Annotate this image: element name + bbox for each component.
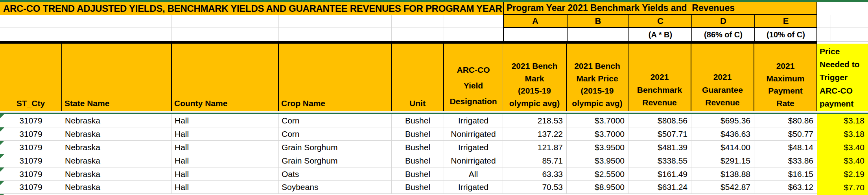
cell-benchmark-yield[interactable]: 70.53 <box>503 181 567 194</box>
cell-county-name[interactable]: Hall <box>172 167 279 181</box>
formula-empty-a[interactable] <box>503 28 567 41</box>
cell-benchmark-price[interactable]: $2.5500 <box>567 167 628 181</box>
cell-benchmark-revenue[interactable]: $631.24 <box>628 181 691 194</box>
column-header-2021-benchmark-yield[interactable]: 2021 Bench Mark (2015-19 olympic avg) <box>503 44 567 111</box>
cell-benchmark-yield[interactable]: 137.22 <box>503 127 567 141</box>
empty-cell[interactable] <box>279 28 392 41</box>
empty-cell[interactable] <box>0 15 62 28</box>
cell-benchmark-price[interactable]: $3.7000 <box>567 114 628 127</box>
cell-county-name[interactable]: Hall <box>172 141 279 154</box>
cell-designation[interactable]: All <box>444 167 503 181</box>
cell-unit[interactable]: Bushel <box>392 141 444 154</box>
cell-benchmark-revenue[interactable]: $338.55 <box>628 154 691 167</box>
cell-state-name[interactable]: Nebraska <box>62 114 172 127</box>
cell-unit[interactable]: Bushel <box>392 167 444 181</box>
cell-designation[interactable]: Irrigated <box>444 114 503 127</box>
formula-86pct-of-c[interactable]: (86% of C) <box>691 28 754 41</box>
cell-designation[interactable]: Nonirrigated <box>444 127 503 141</box>
empty-cell[interactable] <box>444 28 503 41</box>
cell-crop-name[interactable]: Corn <box>279 127 392 141</box>
empty-cell[interactable] <box>0 28 62 41</box>
column-header-2021-max-payment-rate[interactable]: 2021 Maximum Payment Rate <box>754 44 817 111</box>
cell-price-trigger[interactable]: $3.40 <box>817 141 868 154</box>
empty-cell[interactable] <box>62 15 172 28</box>
cell-price-trigger[interactable]: $2.19 <box>817 167 868 181</box>
cell-max-payment-rate[interactable]: $16.15 <box>754 167 817 181</box>
cell-max-payment-rate[interactable]: $50.77 <box>754 127 817 141</box>
cell-guarantee-revenue[interactable]: $291.15 <box>691 154 754 167</box>
cell-designation[interactable]: Irrigated <box>444 181 503 194</box>
formula-a-times-b[interactable]: (A * B) <box>628 28 691 41</box>
col-letter-c[interactable]: C <box>628 15 691 28</box>
cell-crop-name[interactable]: Oats <box>279 167 392 181</box>
empty-cell[interactable] <box>279 15 392 28</box>
cell-county-name[interactable]: Hall <box>172 154 279 167</box>
cell-guarantee-revenue[interactable]: $138.88 <box>691 167 754 181</box>
column-header-unit[interactable]: Unit <box>392 44 444 111</box>
col-letter-a[interactable]: A <box>503 15 567 28</box>
cell-max-payment-rate[interactable]: $63.12 <box>754 181 817 194</box>
column-header-county-name[interactable]: County Name <box>172 44 279 111</box>
section-title-cell[interactable]: Program Year 2021 Benchmark Yields and R… <box>503 2 817 15</box>
empty-cell[interactable] <box>831 28 868 41</box>
empty-cell[interactable] <box>817 15 831 28</box>
column-header-crop-name[interactable]: Crop Name <box>279 44 392 111</box>
column-header-st-cty[interactable]: ST_Cty <box>0 44 62 111</box>
cell-st-cty[interactable]: 31079 <box>0 181 62 194</box>
cell-benchmark-revenue[interactable]: $507.71 <box>628 127 691 141</box>
cell-unit[interactable]: Bushel <box>392 154 444 167</box>
cell-price-trigger[interactable]: $3.40 <box>817 154 868 167</box>
main-title-cell[interactable]: ARC-CO TREND ADJUSTED YIELDS, BENCHMARK … <box>0 2 503 15</box>
cell-crop-name[interactable]: Grain Sorghum <box>279 154 392 167</box>
empty-cell[interactable] <box>444 15 503 28</box>
cell-crop-name[interactable]: Corn <box>279 114 392 127</box>
cell-benchmark-yield[interactable]: 63.33 <box>503 167 567 181</box>
cell-crop-name[interactable]: Grain Sorghum <box>279 141 392 154</box>
cell-unit[interactable]: Bushel <box>392 181 444 194</box>
cell-st-cty[interactable]: 31079 <box>0 141 62 154</box>
empty-cell[interactable] <box>172 15 279 28</box>
formula-10pct-of-c[interactable]: (10% of C) <box>754 28 817 41</box>
cell-st-cty[interactable]: 31079 <box>0 167 62 181</box>
cell-guarantee-revenue[interactable]: $542.87 <box>691 181 754 194</box>
cell-state-name[interactable]: Nebraska <box>62 181 172 194</box>
cell-designation[interactable]: Nonirrigated <box>444 154 503 167</box>
column-header-state-name[interactable]: State Name <box>62 44 172 111</box>
cell-benchmark-revenue[interactable]: $481.39 <box>628 141 691 154</box>
cell-guarantee-revenue[interactable]: $436.63 <box>691 127 754 141</box>
cell-benchmark-yield[interactable]: 85.71 <box>503 154 567 167</box>
cell-benchmark-price[interactable]: $8.9500 <box>567 181 628 194</box>
cell-crop-name[interactable]: Soybeans <box>279 181 392 194</box>
cell-benchmark-price[interactable]: $3.9500 <box>567 141 628 154</box>
cell-st-cty[interactable]: 31079 <box>0 114 62 127</box>
cell-max-payment-rate[interactable]: $48.14 <box>754 141 817 154</box>
column-header-2021-guarantee-revenue[interactable]: 2021 Guarantee Revenue <box>691 44 754 111</box>
empty-cell[interactable] <box>392 28 444 41</box>
cell-county-name[interactable]: Hall <box>172 127 279 141</box>
col-letter-b[interactable]: B <box>567 15 628 28</box>
cell-state-name[interactable]: Nebraska <box>62 141 172 154</box>
cell-price-trigger[interactable]: $3.18 <box>817 127 868 141</box>
cell-state-name[interactable]: Nebraska <box>62 127 172 141</box>
empty-cell[interactable] <box>831 15 868 28</box>
empty-cell[interactable] <box>817 2 868 15</box>
cell-benchmark-price[interactable]: $3.7000 <box>567 127 628 141</box>
col-letter-d[interactable]: D <box>691 15 754 28</box>
empty-cell[interactable] <box>62 28 172 41</box>
cell-benchmark-revenue[interactable]: $808.56 <box>628 114 691 127</box>
cell-benchmark-price[interactable]: $3.9500 <box>567 154 628 167</box>
cell-designation[interactable]: Irrigated <box>444 141 503 154</box>
cell-price-trigger[interactable]: $3.18 <box>817 114 868 127</box>
column-header-price-trigger[interactable]: Price Needed to Trigger ARC-CO payment <box>817 44 868 111</box>
cell-benchmark-yield[interactable]: 121.87 <box>503 141 567 154</box>
column-header-2021-benchmark-revenue[interactable]: 2021 Benchmark Revenue <box>628 44 691 111</box>
cell-price-trigger[interactable]: $7.70 <box>817 181 868 194</box>
empty-cell[interactable] <box>392 15 444 28</box>
cell-benchmark-revenue[interactable]: $161.49 <box>628 167 691 181</box>
cell-st-cty[interactable]: 31079 <box>0 154 62 167</box>
cell-guarantee-revenue[interactable]: $695.36 <box>691 114 754 127</box>
empty-cell[interactable] <box>817 28 831 41</box>
cell-guarantee-revenue[interactable]: $414.00 <box>691 141 754 154</box>
col-letter-e[interactable]: E <box>754 15 817 28</box>
cell-county-name[interactable]: Hall <box>172 181 279 194</box>
